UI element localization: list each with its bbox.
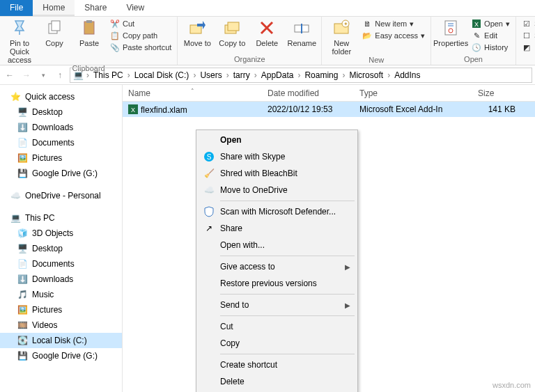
ctx-share[interactable]: ↗Share — [198, 220, 356, 237]
sort-asc-icon: ˄ — [191, 88, 194, 95]
sidebar-gdrive[interactable]: 💾Google Drive (G:) — [0, 166, 122, 181]
sidebar-desktop2[interactable]: 🖥️Desktop — [0, 241, 122, 256]
moveto-button[interactable]: Move to — [182, 18, 212, 47]
crumb[interactable]: AppData — [258, 70, 297, 80]
newitem-button[interactable]: 🗎New item ▾ — [361, 18, 426, 29]
sidebar-documents2[interactable]: 📄Documents — [0, 256, 122, 272]
picture-icon: 🖼️ — [17, 304, 28, 315]
properties-icon — [441, 18, 460, 38]
edit-btn[interactable]: ✎Edit — [470, 30, 511, 41]
crumb[interactable]: Local Disk (C:) — [132, 70, 192, 80]
invert-btn[interactable]: ◩Invert selection — [520, 42, 535, 53]
crumb[interactable]: Users — [197, 70, 224, 80]
ctx-defender[interactable]: Scan with Microsoft Defender... — [198, 203, 356, 220]
ctx-cut[interactable]: Cut — [198, 318, 356, 335]
crumb[interactable]: Roaming — [302, 70, 341, 80]
col-type[interactable]: Type — [354, 88, 472, 98]
sidebar-3dobjects[interactable]: 🧊3D Objects — [0, 226, 122, 241]
sidebar-localdisk[interactable]: 💽Local Disk (C:) — [0, 333, 122, 348]
newitem-icon: 🗎 — [362, 19, 372, 29]
tab-view[interactable]: View — [116, 0, 154, 16]
column-headers[interactable]: ˄Name Date modified Type Size — [123, 85, 535, 102]
ctx-copy[interactable]: Copy — [198, 335, 356, 352]
moveto-icon — [187, 18, 207, 38]
edit-icon: ✎ — [472, 31, 481, 40]
ctx-skype[interactable]: SShare with Skype — [198, 148, 356, 165]
ctx-onedrive[interactable]: ☁️Move to OneDrive — [198, 182, 356, 198]
sidebar-documents[interactable]: 📄Documents — [0, 135, 122, 150]
back-button[interactable]: ← — [3, 68, 17, 82]
copypath-button[interactable]: 📋Copy path — [109, 30, 173, 41]
ctx-open[interactable]: Open — [198, 132, 356, 148]
sidebar-gdrive2[interactable]: 💾Google Drive (G:) — [0, 348, 122, 363]
disk-icon: 💽 — [17, 335, 28, 346]
invert-icon: ◩ — [522, 42, 532, 52]
easyaccess-button[interactable]: 📂Easy access ▾ — [361, 30, 426, 41]
col-size[interactable]: Size — [472, 88, 521, 98]
ctx-restore[interactable]: Restore previous versions — [198, 275, 356, 292]
sidebar-downloads2[interactable]: ⬇️Downloads — [0, 272, 122, 287]
selectall-btn[interactable]: ☑Select all — [520, 18, 535, 29]
sidebar-onedrive[interactable]: ☁️OneDrive - Personal — [0, 188, 122, 203]
pasteshortcut-button[interactable]: 📎Paste shortcut — [109, 42, 173, 53]
forward-button[interactable]: → — [20, 68, 33, 82]
crumb[interactable]: This PC — [91, 70, 126, 80]
crumb[interactable]: tarry — [231, 70, 253, 80]
col-name[interactable]: ˄Name — [123, 88, 262, 98]
separator — [220, 294, 355, 295]
tab-home[interactable]: Home — [33, 0, 75, 16]
separator — [220, 201, 355, 201]
ctx-giveaccess[interactable]: Give access to▶ — [198, 258, 356, 275]
cut-button[interactable]: ✂️Cut — [109, 18, 173, 29]
sidebar-quickaccess[interactable]: ⭐Quick access — [0, 89, 122, 104]
open-btn[interactable]: XOpen ▾ — [470, 18, 511, 29]
properties-button[interactable]: Properties — [435, 18, 466, 47]
sidebar-videos[interactable]: 🎞️Videos — [0, 317, 122, 333]
download-icon: ⬇️ — [17, 274, 28, 285]
paste-button[interactable]: Paste — [74, 18, 104, 47]
recent-button[interactable]: ▾ — [36, 68, 50, 82]
svg-text:S: S — [207, 153, 212, 161]
share-icon: ↗ — [203, 223, 215, 234]
sidebar-pictures[interactable]: 🖼️Pictures — [0, 150, 122, 166]
selectnone-btn[interactable]: ☐Select none — [520, 30, 535, 41]
ctx-openwith[interactable]: Open with... — [198, 237, 356, 253]
selectall-icon: ☑ — [522, 19, 532, 29]
ctx-sendto[interactable]: Send to▶ — [198, 297, 356, 313]
copy-button[interactable]: Copy — [39, 18, 70, 47]
delete-button[interactable]: Delete — [251, 18, 282, 47]
context-menu: Open SShare with Skype 🧹Shred with Bleac… — [196, 130, 358, 392]
group-clipboard: Pin to Quick access Copy Paste ✂️Cut 📋Co… — [0, 17, 178, 65]
sidebar-desktop[interactable]: 🖥️Desktop — [0, 104, 122, 120]
document-icon: 📄 — [17, 258, 28, 269]
ctx-delete[interactable]: Delete — [198, 373, 356, 390]
file-type: Microsoft Excel Add-In — [354, 104, 472, 114]
drive-icon: 💾 — [17, 168, 28, 179]
crumb[interactable]: Microsoft — [346, 70, 386, 80]
rename-button[interactable]: Rename — [286, 18, 317, 47]
group-select-label: Select — [520, 55, 535, 63]
file-row[interactable]: Xflexfind.xlam 2022/10/12 19:53 Microsof… — [123, 102, 535, 117]
ctx-shred[interactable]: 🧹Shred with BleachBit — [198, 165, 356, 182]
copyto-button[interactable]: Copy to — [217, 18, 247, 47]
crumb[interactable]: AddIns — [391, 70, 423, 80]
history-btn[interactable]: 🕓History — [470, 42, 511, 53]
ribbon: Pin to Quick access Copy Paste ✂️Cut 📋Co… — [0, 17, 535, 65]
chevron-right-icon: › — [86, 70, 89, 80]
ctx-shortcut[interactable]: Create shortcut — [198, 356, 356, 373]
sidebar-downloads[interactable]: ⬇️Downloads — [0, 120, 122, 135]
newfolder-button[interactable]: ✦ New folder — [326, 18, 357, 56]
sidebar-thispc[interactable]: 💻This PC — [0, 210, 122, 226]
svg-rect-3 — [86, 20, 92, 23]
sidebar-music[interactable]: 🎵Music — [0, 287, 122, 302]
col-date[interactable]: Date modified — [262, 88, 354, 98]
menu-tabstrip: File Home Share View — [0, 0, 535, 17]
up-button[interactable]: ↑ — [53, 68, 67, 82]
tab-share[interactable]: Share — [75, 0, 116, 16]
group-open: Properties XOpen ▾ ✎Edit 🕓History Open — [431, 17, 516, 65]
tab-file[interactable]: File — [0, 0, 33, 16]
pc-icon: 💻 — [10, 212, 21, 224]
pin-button[interactable]: Pin to Quick access — [4, 18, 35, 64]
sidebar-pictures2[interactable]: 🖼️Pictures — [0, 302, 122, 317]
breadcrumb-box[interactable]: 💻 › This PC› Local Disk (C:)› Users› tar… — [70, 68, 532, 83]
